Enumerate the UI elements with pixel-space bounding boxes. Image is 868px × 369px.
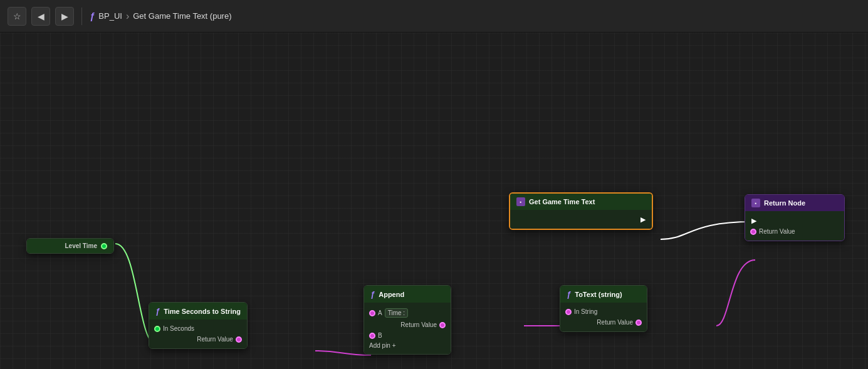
totext-title: ToText (string)	[575, 291, 622, 298]
return-title: Return Node	[764, 199, 805, 207]
append-a-row: A Time :	[364, 306, 451, 320]
in-seconds-label: In Seconds	[163, 325, 194, 332]
totext-return-row: Return Value	[560, 317, 647, 328]
favorite-button[interactable]: ☆	[8, 7, 26, 26]
func-icon-totext: ƒ	[567, 289, 571, 299]
append-return-pin[interactable]	[439, 322, 446, 328]
get-game-time-title: Get Game Time Text	[529, 198, 595, 205]
totext-header: ƒ ToText (string)	[560, 286, 647, 303]
totext-return-pin[interactable]	[635, 320, 642, 326]
purple-icon-get-game-time: ▪	[516, 197, 525, 206]
time-seconds-node[interactable]: ƒ Time Seconds to String In Seconds Retu…	[149, 302, 248, 349]
in-seconds-pin[interactable]	[154, 326, 160, 332]
add-pin-label: Add pin +	[369, 342, 396, 349]
return-value-label: Return Value	[759, 228, 795, 235]
return-value-pin[interactable]	[750, 229, 756, 235]
level-time-label: Level Time	[65, 242, 97, 249]
time-seconds-return-label: Return Value	[197, 336, 233, 343]
return-node[interactable]: ▪ Return Node ▶ Return Value	[745, 194, 845, 241]
totext-in-label: In String	[574, 308, 597, 315]
level-time-header: Level Time	[27, 239, 113, 253]
time-seconds-title: Time Seconds to String	[164, 308, 241, 315]
get-game-time-body: ▶	[510, 210, 652, 229]
time-seconds-body: In Seconds Return Value	[149, 320, 247, 348]
append-a-pin[interactable]	[369, 310, 375, 316]
get-game-time-header: ▪ Get Game Time Text	[510, 194, 652, 210]
time-seconds-return-pin[interactable]	[236, 336, 242, 343]
breadcrumb-separator: ›	[126, 11, 129, 22]
breadcrumb-sub: Get Game Time Text (pure)	[133, 11, 231, 21]
breadcrumb-main[interactable]: BP_UI	[98, 11, 122, 21]
func-icon-time-seconds: ƒ	[155, 306, 160, 316]
level-time-output-pin[interactable]	[101, 243, 107, 249]
purple-icon-return: ▪	[751, 199, 760, 207]
totext-return-label: Return Value	[597, 319, 633, 326]
time-seconds-header: ƒ Time Seconds to String	[149, 303, 247, 320]
append-node[interactable]: ƒ Append A Time : Return Value B Add pin…	[363, 285, 451, 355]
star-icon: ☆	[13, 11, 21, 21]
return-header: ▪ Return Node	[745, 195, 844, 211]
return-body: ▶ Return Value	[745, 211, 844, 241]
append-return-row: Return Value	[364, 320, 451, 330]
return-exec-pin[interactable]: ▶	[750, 217, 758, 224]
append-b-pin[interactable]	[369, 333, 375, 339]
return-value-row: Return Value	[745, 226, 844, 237]
append-header: ƒ Append	[364, 286, 451, 303]
forward-icon: ▶	[61, 11, 68, 21]
get-game-time-node[interactable]: ▪ Get Game Time Text ▶	[509, 192, 653, 230]
get-game-time-exec-pin[interactable]: ▶	[639, 216, 647, 223]
level-time-node[interactable]: Level Time	[26, 238, 114, 254]
blueprint-canvas[interactable]: Level Time ƒ Time Seconds to String In S…	[0, 33, 868, 369]
totext-body: In String Return Value	[560, 303, 647, 331]
breadcrumb: ƒ BP_UI › Get Game Time Text (pure)	[90, 11, 232, 22]
forward-button[interactable]: ▶	[55, 7, 74, 26]
append-title: Append	[379, 291, 404, 298]
return-exec-row: ▶	[745, 215, 844, 226]
append-a-value[interactable]: Time :	[385, 308, 408, 318]
append-body: A Time : Return Value B Add pin +	[364, 303, 451, 354]
time-seconds-in-row: In Seconds	[149, 323, 247, 334]
append-a-label: A	[378, 309, 382, 316]
add-pin-button[interactable]: Add pin +	[364, 341, 451, 350]
totext-in-pin[interactable]	[565, 309, 572, 315]
get-game-time-exec-row: ▶	[510, 214, 652, 225]
back-button[interactable]: ◀	[31, 7, 50, 26]
totext-node[interactable]: ƒ ToText (string) In String Return Value	[560, 285, 647, 332]
back-icon: ◀	[38, 11, 44, 21]
totext-in-row: In String	[560, 306, 647, 317]
append-b-row: B	[364, 330, 451, 341]
toolbar: ☆ ◀ ▶ ƒ BP_UI › Get Game Time Text (pure…	[0, 0, 868, 33]
toolbar-divider	[81, 8, 82, 25]
append-return-label: Return Value	[400, 321, 437, 328]
func-icon: ƒ	[90, 11, 95, 21]
append-b-label: B	[378, 332, 382, 339]
func-icon-append: ƒ	[370, 289, 375, 299]
time-seconds-out-row: Return Value	[149, 334, 247, 345]
